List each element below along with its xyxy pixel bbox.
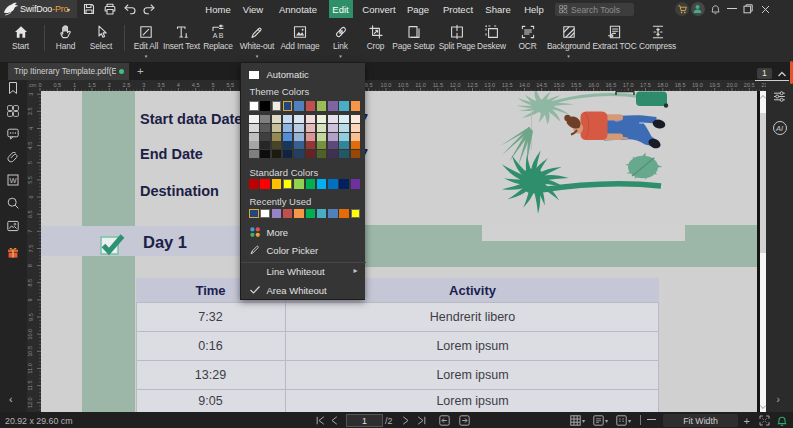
svg-text:10.5: 10.5 [398, 82, 409, 88]
svg-text:0.5: 0.5 [53, 82, 61, 88]
svg-text:14.5: 14.5 [536, 82, 547, 88]
svg-text:16.5: 16.5 [605, 82, 616, 88]
svg-text:5.5: 5.5 [226, 82, 234, 88]
svg-text:16.0: 16.0 [588, 82, 599, 88]
svg-text:7: 7 [28, 230, 34, 233]
svg-text:4.5: 4.5 [192, 82, 200, 88]
svg-text:6.5: 6.5 [28, 210, 34, 218]
svg-text:15.5: 15.5 [571, 82, 582, 88]
svg-text:2.5: 2.5 [123, 82, 131, 88]
svg-text:17.0: 17.0 [623, 82, 634, 88]
svg-text:13.5: 13.5 [502, 82, 513, 88]
svg-text:4: 4 [177, 82, 180, 88]
svg-text:A: A [213, 31, 218, 38]
svg-text:1.5: 1.5 [88, 82, 96, 88]
svg-text:6: 6 [28, 195, 34, 198]
svg-text:10.5: 10.5 [28, 346, 34, 357]
svg-text:3.5: 3.5 [28, 107, 34, 115]
svg-text:4: 4 [28, 127, 34, 130]
svg-text:11.5: 11.5 [433, 82, 443, 88]
svg-text:11.0: 11.0 [415, 82, 425, 88]
svg-text:9: 9 [28, 298, 34, 301]
svg-text:5: 5 [28, 161, 34, 164]
svg-text:18.5: 18.5 [675, 82, 686, 88]
svg-text:12.5: 12.5 [467, 82, 478, 88]
svg-text:5: 5 [211, 82, 214, 88]
svg-text:8.5: 8.5 [28, 279, 34, 287]
svg-text:10.0: 10.0 [28, 329, 34, 340]
svg-text:5.5: 5.5 [28, 176, 34, 184]
svg-text:20.5: 20.5 [744, 82, 755, 88]
svg-text:9.5: 9.5 [365, 82, 373, 88]
svg-text:15.0: 15.0 [554, 82, 565, 88]
svg-text:8: 8 [28, 264, 34, 267]
svg-text:10.0: 10.0 [381, 82, 392, 88]
svg-text:11.5: 11.5 [28, 380, 34, 390]
svg-text:9.5: 9.5 [28, 313, 34, 321]
svg-text:17.5: 17.5 [640, 82, 651, 88]
svg-text:12.0: 12.0 [450, 82, 461, 88]
svg-text:12.0: 12.0 [28, 397, 34, 408]
svg-text:14.0: 14.0 [519, 82, 530, 88]
svg-text:7.5: 7.5 [28, 245, 34, 253]
svg-text:0: 0 [38, 82, 41, 88]
svg-text:W: W [9, 176, 17, 185]
svg-text:B: B [219, 31, 224, 38]
svg-text:2: 2 [108, 82, 111, 88]
svg-text:1: 1 [73, 82, 76, 88]
svg-text:18.0: 18.0 [657, 82, 668, 88]
svg-text:11.0: 11.0 [28, 363, 34, 373]
svg-text:19.5: 19.5 [709, 82, 720, 88]
svg-text:3.5: 3.5 [157, 82, 165, 88]
svg-text:20.0: 20.0 [727, 82, 738, 88]
svg-text:4.5: 4.5 [28, 142, 34, 150]
svg-text:3: 3 [28, 93, 34, 96]
svg-text:3: 3 [142, 82, 145, 88]
svg-text:19.0: 19.0 [692, 82, 703, 88]
svg-text:13.0: 13.0 [484, 82, 495, 88]
